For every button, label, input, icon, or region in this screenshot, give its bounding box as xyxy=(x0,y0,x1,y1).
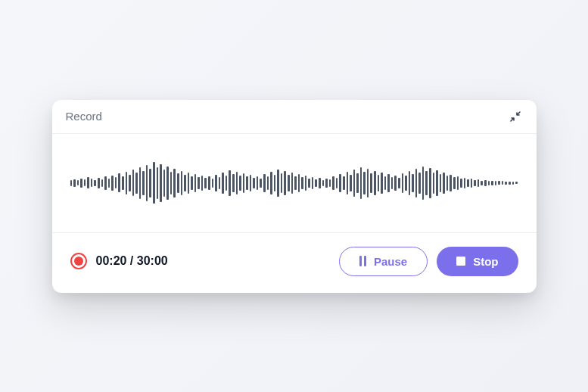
minimize-icon xyxy=(509,110,521,123)
waveform xyxy=(70,157,518,210)
button-group: Pause Stop xyxy=(339,247,518,276)
minimize-button[interactable] xyxy=(508,109,523,124)
time-separator: / xyxy=(126,254,136,267)
stop-label: Stop xyxy=(473,255,498,268)
stop-icon xyxy=(456,257,465,266)
time-display: 00:20 / 30:00 xyxy=(96,254,168,268)
stop-button[interactable]: Stop xyxy=(437,247,518,276)
card-header: Record xyxy=(52,100,537,134)
controls-row: 00:20 / 30:00 Pause Stop xyxy=(52,233,537,293)
record-indicator-icon xyxy=(70,253,87,269)
pause-button[interactable]: Pause xyxy=(339,247,428,276)
pause-label: Pause xyxy=(374,255,407,268)
pause-icon xyxy=(359,256,366,266)
card-title: Record xyxy=(66,110,102,123)
waveform-area xyxy=(52,134,537,233)
elapsed-time: 00:20 xyxy=(96,254,127,267)
record-card: Record 00:20 / 30:00 Pause Stop xyxy=(52,100,537,293)
recording-status: 00:20 / 30:00 xyxy=(70,253,168,269)
total-time: 30:00 xyxy=(137,254,168,267)
